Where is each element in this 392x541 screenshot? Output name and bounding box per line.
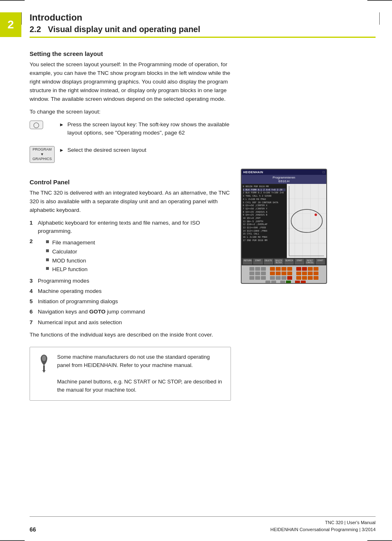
panel-btn-orange — [287, 267, 292, 271]
code-line: 1 BLK FORM 0.1 Z X+0 Y+0 Z-20 — [243, 188, 286, 192]
softkey-1: RETURN — [243, 259, 252, 265]
step2-description: ► Select the desired screen layout — [59, 146, 146, 158]
panel-btn-green — [286, 281, 291, 284]
panel-btn-orange — [270, 272, 275, 275]
list-content-3: Programming modes — [38, 277, 231, 285]
screen-layout-body: You select the screen layout yourself: I… — [30, 60, 231, 104]
code-line: 6 Q1=+50 ;CENTER X — [243, 204, 286, 207]
arrow-item-2: ► Select the desired screen layout — [59, 146, 146, 154]
code-line: 16 L Z+100 R0 FMAX — [243, 236, 286, 239]
graphic-svg — [287, 184, 326, 258]
svg-marker-2 — [42, 370, 46, 373]
top-border-right — [367, 0, 392, 1]
panel-btn — [261, 272, 266, 275]
panel-btn — [281, 276, 286, 280]
step2-text: Select the desired screen layout — [67, 146, 146, 154]
footer-brand-line2: HEIDENHAIN Conversational Programming | … — [270, 526, 376, 533]
screen-panel — [242, 265, 326, 284]
list-item-3: 3 Programming modes — [30, 277, 231, 285]
note-icon — [37, 353, 51, 374]
code-line: 9 Q4=+25 ;RADIUS B — [243, 214, 286, 217]
note-text-2: Machine panel buttons, e.g. NC START or … — [57, 378, 222, 393]
screen-graphic — [287, 184, 326, 258]
sq-bullet-4 — [46, 267, 49, 270]
list-content-7: Numerical input and axis selection — [38, 318, 231, 327]
sq-bullet-3 — [46, 258, 49, 261]
panel-btn-orange — [296, 276, 301, 280]
note-text-1: Some machine manufacturers do not use th… — [57, 354, 210, 368]
screen-layout-heading: Setting the screen layout — [30, 50, 231, 57]
list-item-6: 6 Navigation keys and GOTO jump command — [30, 308, 231, 316]
code-line: 12 Q10=+2 ;OVERLAP — [243, 223, 286, 226]
screen-title-bar: Programmieren E610.H — [242, 175, 326, 184]
softkey-8: START — [316, 259, 325, 265]
footer: 66 TNC 320 | User's Manual HEIDENHAIN Co… — [30, 516, 376, 533]
program-graphics-key-icon: PROGRAM▼GRAPHICS — [30, 146, 55, 163]
panel-btn-red — [301, 281, 306, 284]
panel-btn-orange — [302, 272, 307, 275]
sub-item-help: HELP function — [46, 265, 231, 274]
svg-point-0 — [42, 355, 46, 361]
content-area: Introduction 2.2 Visual display unit and… — [30, 0, 376, 401]
left-border-line — [21, 12, 22, 25]
code-line: 15 CYCL CALL — [243, 232, 286, 236]
code-line: 2 BLK FORM 0.2 X+100 Y+100 Z+0 — [243, 191, 286, 195]
softkey-7: RESETCANCEL — [305, 259, 315, 265]
control-panel-body: The TNC 320 is delivered with an integra… — [30, 189, 231, 215]
subsection-number: 2.2 — [30, 25, 41, 34]
screen-close: □ — [323, 170, 325, 174]
note-content: Some machine manufacturers do not use th… — [57, 353, 224, 395]
control-panel-footer: The functions of the individual keys are… — [30, 331, 231, 339]
list-content-5: Initiation of programming dialogs — [38, 297, 231, 306]
softkey-5: SEARCH — [284, 259, 294, 265]
step1-text: Press the screen layout key: The soft-ke… — [67, 121, 231, 137]
panel-row-2 — [243, 272, 325, 275]
code-line: 8 Q3=+35 ;RADIUS A — [243, 211, 286, 214]
screen-brand: HEIDENHAIN — [243, 171, 263, 174]
control-image-area: HEIDENHAIN □ Programmieren E610.H 0 BEGI… — [241, 169, 376, 401]
screen-filename: E610.H — [279, 179, 290, 183]
panel-btn-orange — [281, 272, 286, 275]
panel-btn — [249, 272, 254, 275]
key-cell-2: PROGRAM▼GRAPHICS — [30, 146, 59, 163]
panel-btn-orange — [281, 267, 286, 271]
numbered-list: 1 Alphabetic keyboard for entering texts… — [30, 219, 231, 327]
panel-btn-orange — [302, 276, 307, 280]
control-text-area: Control Panel The TNC 320 is delivered w… — [30, 169, 231, 401]
panel-btn-orange — [296, 272, 301, 275]
softkey-6: START — [295, 259, 304, 265]
sq-bullet-2 — [46, 249, 49, 252]
panel-btn — [265, 281, 270, 284]
list-item-5: 5 Initiation of programming dialogs — [30, 297, 231, 306]
panel-btn — [270, 276, 275, 280]
panel-btn-orange — [314, 276, 318, 280]
panel-btn — [249, 276, 254, 280]
sub-item-calc-text: Calculator — [52, 247, 77, 256]
panel-row-3 — [243, 276, 325, 280]
chapter-tab: 2 — [0, 12, 21, 37]
softkeys-bar: RETURN START DELETE DELETEBLOCK SEARCH S… — [242, 258, 326, 265]
code-line: 5 CYCL DEF 20 CONTOUR DATA — [243, 201, 286, 204]
panel-btn-red — [287, 276, 292, 280]
code-line: 14 Q12=+1000 ;FMAX — [243, 230, 286, 233]
code-line: 10 Q5=+0 ;ROT — [243, 217, 286, 220]
code-line: 0 BEGIN PGM E610 MM — [243, 185, 286, 188]
arrow-icon-2: ► — [59, 146, 64, 154]
panel-btn-orange — [308, 276, 313, 280]
panel-row-4 — [243, 281, 325, 284]
list-content-4: Machine operating modes — [38, 287, 231, 295]
list-item-1: 1 Alphabetic keyboard for entering texts… — [30, 219, 231, 236]
sub-item-file-text: File management — [52, 238, 95, 247]
subsection-text: Visual display unit and operating panel — [48, 25, 200, 34]
screen-mode: Programmieren — [272, 176, 295, 179]
svg-point-13 — [315, 214, 317, 216]
arrow-icon-1: ► — [59, 121, 64, 128]
sub-item-mod-text: MOD function — [52, 256, 86, 265]
panel-btn-orange — [314, 272, 318, 275]
panel-btn — [261, 276, 266, 280]
change-layout-text: To change the screen layout: — [30, 108, 231, 116]
panel-btn-orange — [314, 267, 318, 271]
softkey-4: DELETEBLOCK — [274, 259, 284, 265]
list-number-5: 5 — [30, 297, 38, 306]
panel-btn-orange — [308, 267, 313, 271]
